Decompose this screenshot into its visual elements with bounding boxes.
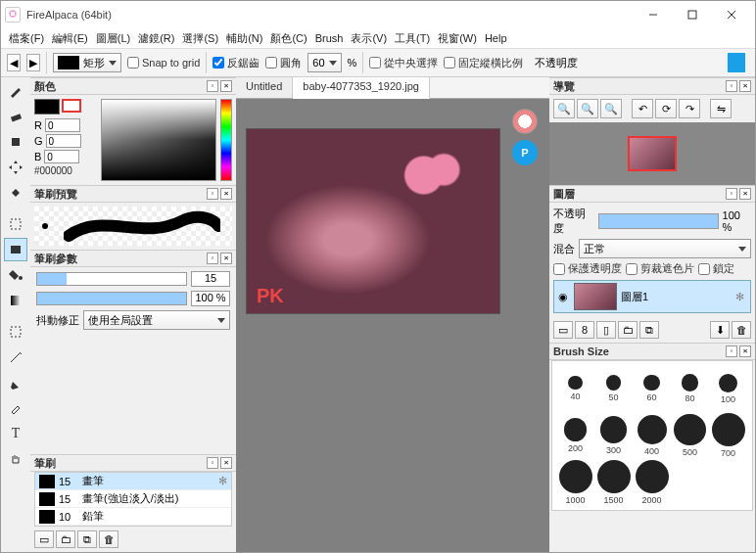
canvas[interactable]: P bbox=[236, 99, 549, 552]
menu-edit[interactable]: 編輯(E) bbox=[52, 31, 88, 46]
background-swatch[interactable] bbox=[62, 99, 81, 113]
protect-alpha-checkbox[interactable]: 保護透明度 bbox=[553, 261, 622, 276]
avatar-pixiv-icon[interactable]: P bbox=[512, 140, 538, 165]
navigator-thumbnail[interactable] bbox=[549, 122, 755, 185]
lasso-tool[interactable] bbox=[4, 320, 27, 344]
brush-size-cell[interactable]: 40 bbox=[556, 365, 594, 412]
close-icon[interactable]: × bbox=[739, 188, 751, 200]
zoom-in-button[interactable]: 🔍 bbox=[553, 99, 575, 118]
opacity-slider[interactable] bbox=[36, 292, 187, 305]
round-checkbox[interactable]: 圓角 bbox=[265, 56, 302, 70]
new-layer-button[interactable]: ▭ bbox=[553, 321, 573, 339]
color-panel-header[interactable]: 顏色 ▫× bbox=[30, 77, 236, 95]
menu-assist[interactable]: 輔助(N) bbox=[226, 31, 262, 46]
hue-slider[interactable] bbox=[220, 99, 232, 181]
fill-tool[interactable] bbox=[4, 181, 27, 205]
g-input[interactable] bbox=[46, 134, 81, 148]
nav-prev-button[interactable]: ◀ bbox=[7, 54, 21, 71]
round-value-combo[interactable]: 60 bbox=[307, 53, 341, 72]
brush-size-cell[interactable]: 200 bbox=[556, 412, 594, 459]
antialias-checkbox[interactable]: 反鋸齒 bbox=[213, 56, 260, 70]
zoom-out-button[interactable]: 🔍 bbox=[577, 99, 598, 118]
close-button[interactable] bbox=[712, 3, 751, 26]
delete-layer-button[interactable]: 🗑 bbox=[732, 321, 751, 339]
shape-combo[interactable]: 矩形 bbox=[53, 53, 121, 72]
duplicate-button[interactable]: ⧉ bbox=[77, 530, 97, 548]
layer-opacity-slider[interactable] bbox=[598, 213, 719, 229]
add-brush-button[interactable]: ▭ bbox=[34, 530, 54, 548]
nav-viewport[interactable] bbox=[628, 136, 677, 171]
gear-icon[interactable]: ✻ bbox=[218, 475, 227, 487]
brush-size-cell[interactable]: 80 bbox=[671, 365, 709, 412]
brush-tool[interactable] bbox=[4, 79, 27, 103]
brush-size-cell[interactable]: 100 bbox=[709, 365, 747, 412]
menu-file[interactable]: 檔案(F) bbox=[9, 31, 44, 46]
hand-tool[interactable] bbox=[4, 447, 27, 471]
text-tool[interactable]: T bbox=[4, 422, 27, 445]
undock-icon[interactable]: ▫ bbox=[207, 253, 218, 264]
layers-header[interactable]: 圖層 ▫× bbox=[549, 185, 755, 203]
size-value[interactable]: 15 bbox=[191, 271, 230, 287]
jitter-combo[interactable]: 使用全局設置 bbox=[83, 310, 230, 330]
folder-button[interactable]: 🗀 bbox=[56, 530, 75, 548]
undock-icon[interactable]: ▫ bbox=[207, 457, 218, 469]
dot-tool[interactable] bbox=[4, 130, 27, 154]
size-slider[interactable] bbox=[36, 272, 187, 286]
new-layer-8bit-button[interactable]: 8 bbox=[575, 321, 594, 339]
navigator-header[interactable]: 導覽 ▫× bbox=[549, 77, 755, 95]
new-layer-1bit-button[interactable]: ▯ bbox=[596, 321, 616, 339]
tab-untitled[interactable]: Untitled bbox=[236, 77, 293, 98]
gradient-tool[interactable] bbox=[4, 289, 27, 312]
menu-brush[interactable]: Brush bbox=[315, 32, 344, 44]
menu-filter[interactable]: 濾鏡(R) bbox=[138, 31, 174, 46]
flip-button[interactable]: ⇋ bbox=[710, 99, 732, 118]
gear-icon[interactable]: ✻ bbox=[735, 291, 744, 303]
menu-color[interactable]: 顏色(C) bbox=[270, 31, 307, 46]
menu-layer[interactable]: 圖層(L) bbox=[96, 31, 130, 46]
foreground-swatch[interactable] bbox=[34, 99, 60, 115]
blend-combo[interactable]: 正常 bbox=[579, 239, 751, 258]
select-rect-tool[interactable] bbox=[4, 212, 27, 236]
close-icon[interactable]: × bbox=[739, 346, 751, 357]
b-input[interactable] bbox=[44, 150, 79, 163]
undock-icon[interactable]: ▫ bbox=[726, 80, 737, 92]
duplicate-layer-button[interactable]: ⧉ bbox=[639, 321, 659, 339]
opacity-indicator[interactable] bbox=[728, 53, 745, 72]
eraser-tool[interactable] bbox=[4, 105, 27, 128]
brush-size-cell[interactable]: 2000 bbox=[633, 459, 671, 506]
move-tool[interactable] bbox=[4, 156, 27, 179]
lock-checkbox[interactable]: 鎖定 bbox=[698, 261, 734, 276]
rotate-right-button[interactable]: ↷ bbox=[679, 99, 700, 118]
eyedropper-tool[interactable] bbox=[4, 396, 27, 420]
rotate-reset-button[interactable]: ⟳ bbox=[655, 99, 677, 118]
undock-icon[interactable]: ▫ bbox=[726, 346, 737, 357]
visibility-icon[interactable]: ◉ bbox=[556, 291, 570, 303]
brush-item[interactable]: 15畫筆(強迫淡入/淡出) bbox=[35, 490, 231, 508]
magic-wand-tool[interactable] bbox=[4, 346, 27, 369]
center-checkbox[interactable]: 從中央選擇 bbox=[369, 56, 438, 70]
menu-window[interactable]: 視窗(W) bbox=[438, 31, 477, 46]
brush-item[interactable]: 10鉛筆 bbox=[35, 508, 231, 526]
brush-size-cell[interactable]: 1000 bbox=[556, 459, 594, 506]
brush-size-cell[interactable]: 300 bbox=[594, 412, 633, 459]
brush-size-cell[interactable]: 60 bbox=[633, 365, 671, 412]
r-input[interactable] bbox=[45, 118, 80, 132]
menu-view[interactable]: 表示(V) bbox=[351, 31, 387, 46]
brush-size-header[interactable]: Brush Size ▫× bbox=[549, 343, 755, 360]
shape-tool[interactable] bbox=[4, 238, 27, 261]
avatar-firealpaca-icon[interactable] bbox=[512, 109, 538, 134]
undock-icon[interactable]: ▫ bbox=[726, 188, 737, 200]
layer-item[interactable]: ◉ 圖層1 ✻ bbox=[553, 280, 751, 313]
brush-preview-header[interactable]: 筆刷預覽 ▫× bbox=[30, 185, 236, 203]
brush-params-header[interactable]: 筆刷參數 ▫× bbox=[30, 250, 236, 267]
brush-size-cell[interactable]: 500 bbox=[671, 412, 709, 459]
brush-item[interactable]: 15畫筆✻ bbox=[35, 473, 231, 490]
new-folder-button[interactable]: 🗀 bbox=[618, 321, 638, 339]
maximize-button[interactable] bbox=[673, 3, 712, 26]
delete-button[interactable]: 🗑 bbox=[99, 530, 118, 548]
opacity-value[interactable]: 100 % bbox=[191, 291, 230, 306]
snap-checkbox[interactable]: Snap to grid bbox=[127, 57, 200, 69]
pen-tool[interactable] bbox=[4, 371, 27, 394]
merge-down-button[interactable]: ⬇ bbox=[710, 321, 730, 339]
brush-list-header[interactable]: 筆刷 ▫× bbox=[30, 454, 236, 472]
